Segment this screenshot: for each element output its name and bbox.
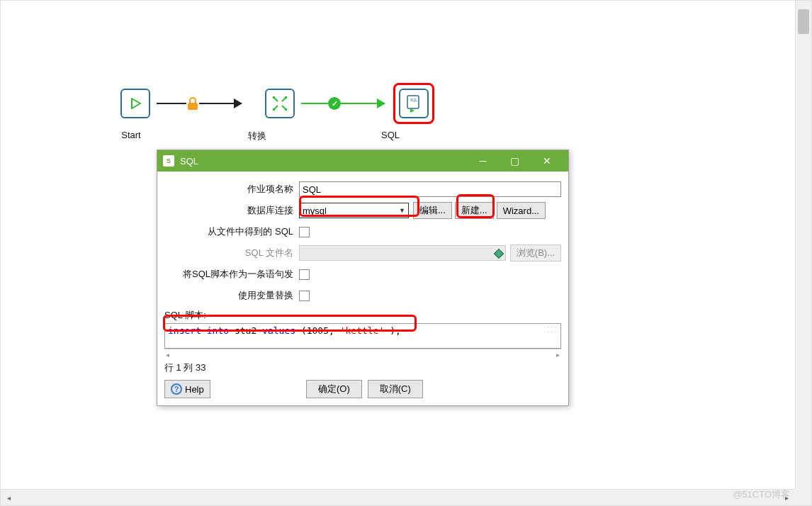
sql-kw: into (207, 325, 229, 336)
single-statement-checkbox[interactable] (299, 269, 310, 280)
node-sql-label: SQL (369, 130, 412, 142)
textarea-h-scrollbar[interactable]: ◂▸ (164, 349, 561, 360)
help-button[interactable]: ? Help (164, 380, 210, 398)
db-connection-select[interactable]: mysql ▼ (299, 203, 409, 218)
svg-marker-3 (410, 108, 415, 113)
single-statement-label: 将SQL脚本作为一条语句发 (164, 268, 299, 281)
play-icon (128, 96, 142, 111)
sql-string: 'kettle' (340, 325, 385, 336)
var-replace-checkbox[interactable] (299, 291, 310, 301)
transform-icon (271, 95, 288, 112)
db-connection-label: 数据库连接 (164, 204, 299, 217)
connector (157, 103, 186, 104)
node-transform-label: 转换 (240, 130, 274, 142)
sql-from-file-label: 从文件中得到的 SQL (164, 225, 299, 238)
svg-text:SQL: SQL (410, 98, 417, 102)
dialog-titlebar[interactable]: S SQL ─ ▢ ✕ (157, 150, 568, 172)
job-name-label: 作业项名称 (164, 183, 299, 196)
lock-icon (186, 97, 199, 110)
sql-filename-label: SQL 文件名 (164, 247, 299, 259)
check-icon: ✓ (328, 97, 341, 110)
edit-connection-button[interactable]: 编辑... (413, 202, 452, 219)
highlight-box-sql-node: SQL (393, 83, 434, 124)
maximize-button[interactable]: ▢ (499, 150, 531, 172)
scroll-left-icon[interactable]: ◂ (1, 490, 17, 506)
scroll-right-icon[interactable]: ▸ (779, 490, 795, 506)
svg-marker-0 (132, 99, 140, 108)
ok-button[interactable]: 确定(O) (306, 380, 362, 398)
scrollbar-thumb[interactable] (798, 9, 809, 34)
resize-grip-icon: ······ (546, 325, 558, 335)
cancel-button[interactable]: 取消(C) (368, 380, 423, 398)
help-icon: ? (171, 383, 182, 395)
new-connection-button[interactable]: 新建... (455, 202, 494, 219)
connector (199, 103, 242, 104)
page-h-scrollbar[interactable]: ◂ ▸ (1, 489, 795, 505)
close-button[interactable]: ✕ (531, 150, 563, 172)
variable-indicator-icon (494, 249, 504, 259)
sql-text: stu2 (235, 325, 262, 336)
workflow-canvas: ✓ SQL Start 转换 SQL (114, 86, 434, 142)
sql-text: (1005, (301, 325, 334, 336)
connector (301, 103, 328, 104)
sql-script-icon: SQL (405, 94, 423, 113)
dialog-icon: S (163, 155, 174, 167)
wizard-button[interactable]: Wizard... (497, 202, 546, 219)
node-start-label: Start (114, 130, 148, 142)
node-transform[interactable] (259, 89, 301, 118)
sql-dialog: S SQL ─ ▢ ✕ 作业项名称 数据库连接 mysql ▼ 编 (157, 150, 569, 406)
browse-button: 浏览(B)... (510, 244, 561, 262)
chevron-down-icon: ▼ (399, 207, 405, 214)
sql-kw: values (262, 325, 295, 336)
node-start[interactable] (114, 89, 157, 118)
dialog-title: SQL (180, 156, 467, 167)
sql-script-textarea[interactable]: insert into stu2 values (1005, 'kettle' … (164, 323, 561, 349)
help-label: Help (185, 384, 204, 395)
db-connection-value: mysql (303, 206, 399, 216)
scrollbar-corner (795, 489, 811, 505)
sql-from-file-checkbox[interactable] (299, 227, 310, 237)
node-sql[interactable]: SQL (399, 89, 429, 118)
sql-text: ); (390, 325, 401, 336)
connector (341, 103, 385, 104)
page-v-scrollbar[interactable] (795, 1, 811, 489)
sql-kw: insert (168, 325, 201, 336)
cursor-position: 行 1 列 33 (164, 361, 561, 374)
sql-filename-input (299, 245, 506, 261)
var-replace-label: 使用变量替换 (164, 289, 299, 302)
job-name-input[interactable] (299, 181, 561, 197)
sql-script-label: SQL 脚本: (164, 309, 561, 322)
minimize-button[interactable]: ─ (467, 150, 499, 172)
